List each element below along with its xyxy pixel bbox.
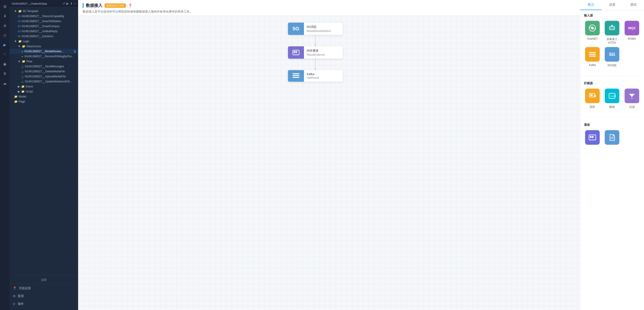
grid-item-iotda[interactable]: 设备接入IoTDA	[604, 21, 620, 44]
icon-download[interactable]: ⬇	[1, 12, 9, 20]
badge-5g: 5G	[18, 20, 21, 22]
node-name-1: MediaReviewNotice	[307, 30, 340, 33]
divider-1	[584, 76, 640, 76]
grid-item-assign[interactable]: x=0 赋值	[604, 88, 620, 109]
main-header: 数据接入 敏感信息已加密 ❓ 数据接入是平台提供的可以帮助您快速构建数据接入规则…	[78, 0, 580, 16]
sidebar-item-label: N1491368527__SendMessages	[25, 65, 64, 68]
footer-item-label: 服务	[18, 302, 24, 306]
icon-network[interactable]: ⊕	[1, 22, 9, 30]
assign-icon: x=0	[605, 88, 619, 103]
grid-item-mem-channel[interactable]	[584, 130, 601, 146]
grid-item-kafka[interactable]: Kafka	[584, 47, 601, 67]
sidebar-item-label: N1491368527__UnifiedReply	[22, 30, 58, 33]
sidebar-item-logic[interactable]: ▼ 📁 Logic	[10, 39, 78, 44]
download-icon[interactable]: ⬇	[70, 2, 72, 5]
footer-item-config[interactable]: ⚙ 配置	[10, 292, 78, 300]
canvas-area[interactable]: 5G 5G消息 MediaReviewNotice	[78, 16, 580, 310]
sidebar-item-solutions[interactable]: 5G N1491368527__Solutions	[10, 34, 78, 39]
sidebar-item-5g-template[interactable]: ▼ 📁 5G Template	[10, 9, 78, 14]
icon-eye[interactable]: ◉	[1, 60, 9, 68]
svg-rect-9	[292, 73, 300, 74]
delete-icon[interactable]: 🗑	[74, 50, 76, 53]
sidebar-item-receive5g[interactable]: ● N1491368527__Receive5GMsgByPho...	[10, 54, 78, 59]
folder-arrow-icon: ▼	[18, 60, 20, 63]
svg-rect-28	[592, 136, 594, 138]
sidebar-item-label: Script	[26, 90, 33, 93]
sidebar-item-label: Page	[19, 100, 25, 103]
svg-rect-21	[589, 56, 596, 56]
tab-yuansu[interactable]: 图元	[580, 0, 602, 10]
svg-rect-19	[589, 52, 596, 53]
add-icon[interactable]: +	[74, 2, 76, 5]
file-channel-icon	[605, 130, 619, 145]
sidebar-item-label: N1491368527__Receive5GMsgByPho...	[24, 55, 74, 58]
icon-layers[interactable]: ⊞	[1, 2, 9, 10]
icon-git[interactable]: ⑂	[1, 50, 9, 58]
icon-settings[interactable]: ⚙	[1, 70, 9, 78]
sidebar-item-updatemedia[interactable]: △ N1491368527__UpdateMediaAuthSt...	[10, 79, 78, 84]
channels-title: 通道	[584, 123, 640, 127]
grid-item-roma[interactable]: MQS ROMA	[624, 21, 640, 44]
icon-history[interactable]: ◷	[1, 31, 9, 39]
section-interceptors: 拦截器 投影 x=0	[580, 78, 644, 116]
sidebar-item-label: DataAccess	[26, 45, 41, 48]
roma-label: ROMA	[628, 37, 636, 40]
grid-item-5gmsg[interactable]: 5G 5G消息	[604, 47, 620, 67]
sidebar-item-label: Flow	[26, 60, 32, 63]
filter-label: 过滤	[629, 105, 635, 109]
node-body-3: Kafka GetResult	[304, 70, 343, 82]
sidebar-item-script[interactable]: ▶ 📁 Script	[10, 89, 78, 94]
grid-item-file-channel[interactable]	[604, 130, 620, 146]
svg-rect-11	[292, 77, 300, 78]
sidebar-item-deletemedia[interactable]: △ N1491368527__DeleteMediaFile	[10, 69, 78, 74]
sidebar-item-unifiedreply[interactable]: 5G N1491368527__UnifiedReply	[10, 29, 78, 34]
section-channels: 通道	[580, 120, 644, 154]
tab-test[interactable]: 测试	[623, 0, 644, 10]
sidebar-item-label: N1491368527__UpdateMediaAuthSt...	[25, 80, 72, 83]
sidebar-item-telecom[interactable]: 5G N1491368527__TelecomCapability	[10, 14, 78, 19]
sidebar-item-uploadmedia[interactable]: △ N1491368527__UploadMediaFile	[10, 74, 78, 79]
sidebar-item-event[interactable]: ▶ 📁 Event	[10, 84, 78, 89]
flow-node-memory[interactable]: 内存通道 ResultChannel	[288, 46, 343, 59]
sidebar-item-label: Event	[26, 85, 33, 88]
right-panel: 图元 设置 测试 输入源 OneNET	[580, 0, 644, 310]
interceptors-grid: 投影 x=0 赋值 过滤	[584, 88, 640, 109]
footer-item-service[interactable]: ⊙ 服务	[10, 300, 78, 308]
sidebar-item-smartoil[interactable]: 5G N1491368527__SmartOilStation	[10, 19, 78, 24]
svg-rect-10	[292, 75, 300, 76]
sidebar-item-sendmessages[interactable]: △ N1491368527__SendMessages	[10, 64, 78, 69]
sidebar-item-label: N1491368527__Solutions	[22, 35, 53, 38]
footer-item-page-settings[interactable]: 📍 页面设置	[10, 284, 78, 292]
service-icon: ⊙	[13, 302, 16, 306]
sidebar-item-flow[interactable]: ▼ 📁 Flow	[10, 59, 78, 64]
grid-item-project[interactable]: 投影	[584, 88, 601, 109]
sidebar-item-page[interactable]: 📁 Page	[10, 99, 78, 104]
sidebar-item-dataaccess[interactable]: ▼ 📁 DataAccess	[10, 44, 78, 49]
refresh-icon[interactable]: ↺	[62, 2, 65, 5]
folder-arrow-icon: ▶	[18, 90, 20, 93]
icon-deploy[interactable]: ▶	[1, 41, 9, 49]
run-icon[interactable]: ▶	[66, 2, 69, 5]
flow-arrow-2	[315, 59, 316, 70]
sidebar-item-mediareview[interactable]: ● N1491368527__MediaReview... 🗑	[10, 49, 78, 54]
location-icon: 📍	[13, 286, 17, 290]
sidebar-item-smartcampus[interactable]: 5G N1491368527__SmartCampus	[10, 24, 78, 29]
grid-item-onenet[interactable]: OneNET	[584, 21, 601, 44]
icon-cloud[interactable]: ☁	[1, 79, 9, 87]
title-row: 数据接入 敏感信息已加密 ❓	[83, 3, 576, 8]
node-type-1: 5G消息	[307, 25, 340, 29]
sidebar-item-model[interactable]: 📁 Model	[10, 94, 78, 99]
grid-item-filter[interactable]: 过滤	[624, 88, 640, 109]
badge-5g: 5G	[18, 15, 21, 18]
tab-settings[interactable]: 设置	[602, 0, 623, 10]
sidebar-item-label: N1491368527__DeleteMediaFile	[25, 70, 65, 73]
svg-rect-23	[590, 94, 592, 96]
help-icon[interactable]: ❓	[128, 4, 132, 7]
flow-icon: △	[22, 80, 24, 83]
app-name: N1491368527__Chatbot5GApp	[12, 2, 61, 5]
flow-node-kafka[interactable]: Kafka GetResult	[288, 70, 343, 82]
flow-arrow-1	[315, 35, 316, 46]
flow-node-5g[interactable]: 5G 5G消息 MediaReviewNotice	[288, 22, 343, 35]
sidebar-item-label: N1491368527__MediaReview...	[24, 50, 74, 53]
sidebar-item-label: Logic	[23, 40, 30, 43]
